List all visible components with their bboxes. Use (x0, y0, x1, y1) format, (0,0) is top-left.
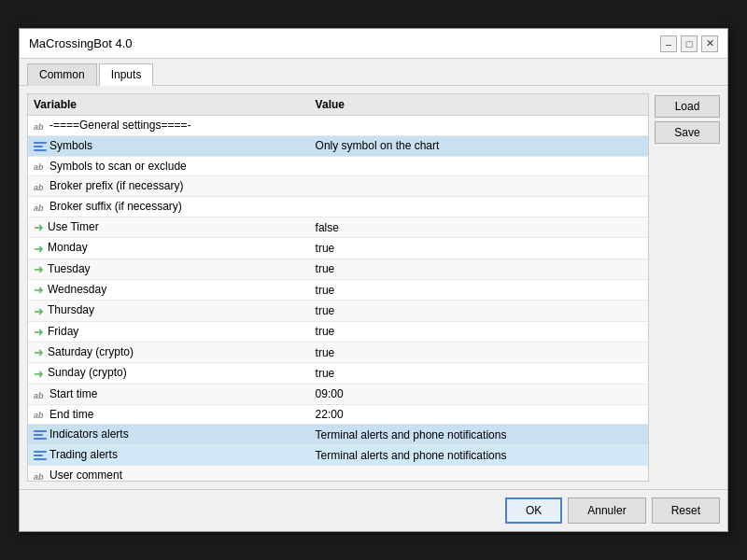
row-value: 22:00 (310, 404, 648, 425)
row-variable: abBroker prefix (if necessary) (28, 176, 310, 197)
save-button[interactable]: Save (655, 121, 720, 144)
row-variable: abSymbols to scan or exclude (28, 156, 310, 176)
table-row[interactable]: ➜Tuesdaytrue (28, 259, 648, 279)
row-variable: Symbols (28, 135, 310, 156)
table-row[interactable]: ➜Use Timerfalse (28, 217, 648, 238)
row-value: true (310, 238, 648, 259)
row-value: true (310, 301, 648, 321)
table-row[interactable]: abUser comment (28, 466, 648, 481)
row-value (310, 116, 648, 136)
row-variable: Indicators alerts (28, 425, 310, 445)
table-row[interactable]: ➜Saturday (crypto)true (28, 343, 648, 363)
table-row[interactable]: abStart time09:00 (28, 384, 648, 404)
row-value: true (310, 343, 648, 363)
table-row[interactable]: Indicators alertsTerminal alerts and pho… (28, 425, 648, 445)
reset-button[interactable]: Reset (652, 497, 720, 524)
row-value: Only symbol on the chart (310, 135, 648, 156)
tab-inputs[interactable]: Inputs (99, 63, 154, 86)
row-value (310, 156, 648, 176)
col-variable: Variable (28, 94, 310, 116)
row-variable: ➜Use Timer (28, 217, 310, 238)
ok-button[interactable]: OK (505, 497, 562, 524)
row-variable: ➜Friday (28, 321, 310, 342)
table-row[interactable]: ➜Fridaytrue (28, 321, 648, 342)
row-value: Terminal alerts and phone notifications (310, 445, 648, 466)
inputs-table-container: Variable Value ab-====General settings==… (27, 93, 649, 482)
row-variable: ➜Sunday (crypto) (28, 363, 310, 384)
row-value: true (310, 280, 648, 301)
row-variable: ➜Thursday (28, 301, 310, 321)
row-value: 09:00 (310, 384, 648, 404)
row-variable: ab-====General settings====- (28, 116, 310, 136)
row-variable: abUser comment (28, 466, 310, 481)
row-value (310, 466, 648, 481)
row-variable: abBroker suffix (if necessary) (28, 197, 310, 217)
close-button[interactable]: ✕ (701, 35, 718, 52)
row-variable: ➜Wednesday (28, 280, 310, 301)
load-button[interactable]: Load (655, 95, 720, 118)
main-window: MaCrossingBot 4.0 – □ ✕ Common Inputs Va… (19, 28, 728, 532)
table-row[interactable]: abBroker prefix (if necessary) (28, 176, 648, 197)
right-panel: Load Save (655, 93, 720, 482)
table-row[interactable]: ➜Mondaytrue (28, 238, 648, 259)
row-variable: ➜Tuesday (28, 259, 310, 279)
title-bar: MaCrossingBot 4.0 – □ ✕ (20, 29, 727, 59)
row-variable: abStart time (28, 384, 310, 404)
row-value: Terminal alerts and phone notifications (310, 425, 648, 445)
table-row[interactable]: abBroker suffix (if necessary) (28, 197, 648, 217)
table-row[interactable]: ➜Thursdaytrue (28, 301, 648, 321)
col-value: Value (310, 94, 648, 116)
row-value (310, 176, 648, 197)
table-row[interactable]: abEnd time22:00 (28, 404, 648, 425)
row-variable: Trading alerts (28, 445, 310, 466)
table-row[interactable]: Trading alertsTerminal alerts and phone … (28, 445, 648, 466)
bottom-bar: OK Annuler Reset (20, 489, 727, 531)
annuler-button[interactable]: Annuler (568, 497, 645, 524)
table-row[interactable]: ab-====General settings====- (28, 116, 648, 136)
row-value: true (310, 259, 648, 279)
maximize-button[interactable]: □ (681, 35, 698, 52)
table-row[interactable]: ➜Wednesdaytrue (28, 280, 648, 301)
table-scroll[interactable]: Variable Value ab-====General settings==… (28, 94, 648, 481)
table-row[interactable]: ➜Sunday (crypto)true (28, 363, 648, 384)
row-variable: ➜Monday (28, 238, 310, 259)
inputs-table: Variable Value ab-====General settings==… (28, 94, 648, 481)
row-value: false (310, 217, 648, 238)
row-value (310, 197, 648, 217)
table-row[interactable]: SymbolsOnly symbol on the chart (28, 135, 648, 156)
table-row[interactable]: abSymbols to scan or exclude (28, 156, 648, 176)
row-value: true (310, 363, 648, 384)
tab-common[interactable]: Common (27, 63, 97, 86)
window-controls: – □ ✕ (660, 35, 718, 52)
row-value: true (310, 321, 648, 342)
window-title: MaCrossingBot 4.0 (29, 36, 133, 50)
row-variable: abEnd time (28, 404, 310, 425)
minimize-button[interactable]: – (660, 35, 677, 52)
tab-bar: Common Inputs (20, 59, 727, 86)
main-content: Variable Value ab-====General settings==… (20, 86, 727, 489)
row-variable: ➜Saturday (crypto) (28, 343, 310, 363)
